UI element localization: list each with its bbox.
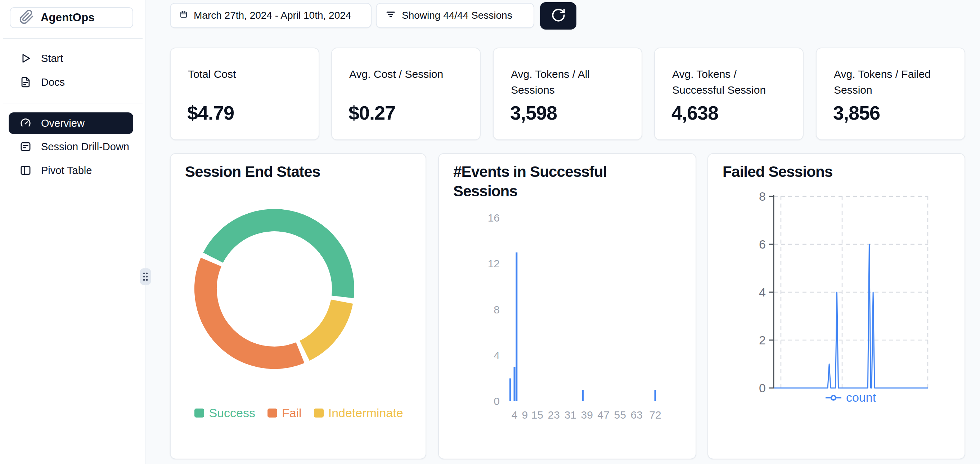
date-range-button[interactable]: March 27th, 2024 - April 10th, 2024	[170, 3, 372, 28]
x-tick-label: 15	[531, 409, 543, 421]
grip-dots-icon	[142, 271, 150, 282]
x-tick-label: 4	[512, 409, 518, 421]
donut-segment-indeterminate[interactable]	[305, 301, 342, 351]
gauge-icon	[19, 117, 32, 129]
sidebar-item-overview[interactable]: Overview	[9, 112, 133, 134]
bar[interactable]	[515, 252, 517, 401]
x-tick-label: 23	[548, 409, 560, 421]
x-tick-label: 31	[565, 409, 576, 421]
stat-card-total-cost: Total Cost$4.79	[170, 48, 319, 140]
sidebar-divider	[3, 38, 143, 39]
legend-label: Success	[209, 406, 255, 420]
x-tick-label: 39	[581, 409, 593, 421]
paperclip-icon	[19, 10, 34, 26]
play-icon	[19, 52, 32, 64]
sidebar-item-label: Session Drill-Down	[41, 141, 129, 153]
columns-icon	[19, 164, 32, 177]
legend-swatch	[267, 408, 277, 418]
legend-swatch	[314, 408, 324, 418]
stat-value: 3,598	[510, 102, 557, 124]
stat-value: 3,856	[833, 102, 880, 124]
bar[interactable]	[582, 390, 584, 401]
donut-segment-fail[interactable]	[205, 262, 300, 358]
bar[interactable]	[514, 367, 515, 401]
count-legend-label: count	[846, 391, 876, 405]
sidebar-resize-handle[interactable]	[140, 268, 151, 285]
legend-swatch	[194, 408, 204, 418]
failed-sessions-line-chart[interactable]: 02468	[708, 154, 966, 460]
sessions-filter-button[interactable]: Showing 44/44 Sessions	[376, 3, 534, 28]
stat-value: $0.27	[348, 102, 395, 124]
sidebar-item-label: Docs	[41, 77, 65, 88]
session-end-states-card: Session End States SuccessFailIndetermin…	[170, 153, 426, 459]
stat-label: Avg. Tokens / Failed Session	[834, 66, 945, 98]
stat-card-avg-tokens-failed-session: Avg. Tokens / Failed Session3,856	[816, 48, 965, 140]
sidebar-item-label: Pivot Table	[41, 165, 92, 177]
bar[interactable]	[654, 390, 656, 401]
x-tick-label: 47	[598, 409, 609, 421]
x-tick-label: 9	[522, 409, 528, 421]
sidebar-divider	[3, 103, 143, 104]
y-tick-label: 0	[493, 395, 500, 407]
sidebar-item-start[interactable]: Start	[9, 48, 133, 69]
events-histogram-card: #Events in Successful Sessions 048121649…	[438, 153, 696, 459]
sidebar-item-session-drill-down[interactable]: Session Drill-Down	[9, 136, 133, 158]
y-tick-label: 4	[493, 349, 500, 361]
sessions-filter-label: Showing 44/44 Sessions	[402, 10, 512, 21]
line-marker-icon	[826, 395, 842, 400]
x-tick-label: 72	[649, 409, 661, 421]
legend-label: Fail	[282, 406, 302, 420]
x-tick-label: 63	[631, 409, 643, 421]
y-tick-label: 16	[488, 212, 500, 224]
sidebar-item-docs[interactable]: Docs	[9, 71, 133, 93]
date-range-label: March 27th, 2024 - April 10th, 2024	[194, 10, 351, 21]
stat-label: Total Cost	[188, 66, 299, 82]
donut-segment-success[interactable]	[213, 220, 343, 297]
refresh-icon	[551, 8, 566, 24]
stat-label: Avg. Tokens / Successful Session	[672, 66, 784, 98]
sidebar-item-label: Start	[41, 53, 63, 64]
y-tick-label: 12	[488, 258, 500, 269]
donut-legend: SuccessFailIndeterminate	[171, 406, 427, 420]
count-line[interactable]	[774, 244, 928, 388]
filter-icon	[385, 9, 396, 22]
sidebar-item-pivot-table[interactable]: Pivot Table	[9, 159, 133, 181]
y-tick-label: 8	[759, 190, 766, 203]
failed-sessions-card: Failed Sessions 02468 count	[708, 153, 965, 459]
sidebar: AgentOps StartDocsOverviewSession Drill-…	[0, 0, 145, 464]
stat-label: Avg. Tokens / All Sessions	[511, 66, 622, 98]
y-tick-label: 2	[759, 333, 766, 347]
app-logo[interactable]: AgentOps	[10, 7, 133, 28]
sidebar-item-label: Overview	[41, 118, 84, 129]
document-icon	[19, 76, 32, 88]
stat-value: 4,638	[671, 102, 718, 124]
stat-card-avg-tokens-successful-session: Avg. Tokens / Successful Session4,638	[654, 48, 803, 140]
events-bar-chart[interactable]: 0481216491523313947556372	[439, 154, 697, 460]
bar[interactable]	[509, 378, 511, 401]
refresh-button[interactable]	[540, 2, 576, 30]
y-tick-label: 0	[759, 381, 766, 395]
legend-item-success[interactable]: Success	[194, 406, 255, 420]
legend-item-fail[interactable]: Fail	[267, 406, 302, 420]
list-icon	[19, 140, 32, 153]
legend-item-indeterminate[interactable]: Indeterminate	[314, 406, 403, 420]
stat-card-avg-cost-session: Avg. Cost / Session$0.27	[331, 48, 480, 140]
stat-label: Avg. Cost / Session	[349, 66, 461, 82]
count-legend-item[interactable]: count	[774, 391, 928, 405]
app-name: AgentOps	[41, 11, 95, 24]
y-tick-label: 4	[759, 285, 766, 299]
calendar-icon	[179, 10, 188, 21]
stat-card-avg-tokens-all-sessions: Avg. Tokens / All Sessions3,598	[493, 48, 642, 140]
x-tick-label: 55	[614, 409, 626, 421]
legend-label: Indeterminate	[328, 406, 403, 420]
y-tick-label: 6	[759, 238, 766, 251]
stat-value: $4.79	[187, 102, 234, 124]
y-tick-label: 8	[493, 304, 500, 316]
